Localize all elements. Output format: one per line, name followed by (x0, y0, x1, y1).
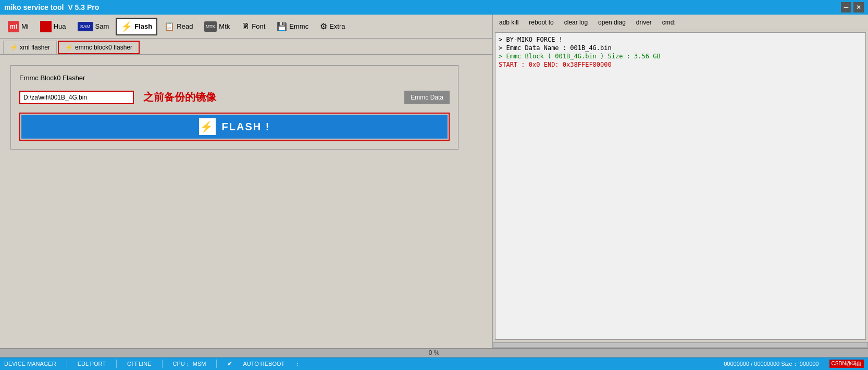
xml-flasher-label: xml flasher (20, 44, 50, 51)
status-address-info: 00000000 / 00000000 Size： 000000 (724, 360, 819, 368)
mi-label: Mi (21, 22, 29, 30)
close-button[interactable]: ✕ (853, 2, 864, 13)
flash-label: Flash (134, 22, 152, 30)
status-divider-3 (162, 360, 163, 368)
progress-bar-container: 0 % (0, 348, 868, 357)
subtab-emmc-block0-flasher[interactable]: ⚡ emmc block0 flasher (58, 41, 140, 54)
status-divider-4 (216, 360, 217, 368)
file-path-input[interactable] (19, 91, 134, 104)
font-icon: 🖹 (241, 22, 250, 31)
log-driver[interactable]: driver (636, 19, 652, 26)
flash-btn-label: FLASH ! (222, 121, 270, 133)
flash-btn-lightning-icon: ⚡ (199, 118, 216, 135)
toolbar-item-font[interactable]: 🖹 Font (237, 19, 270, 34)
emmc-label: Emmc (289, 22, 308, 30)
status-divider-2 (116, 360, 117, 368)
status-edl-port: EDL PORT (78, 361, 106, 367)
emmc-panel-title: Emmc Block0 Flasher (19, 74, 450, 82)
status-device-manager[interactable]: DEVICE MANAGER (4, 361, 56, 367)
sam-label: Sam (95, 22, 109, 30)
log-line-1: > BY-MIKO FORCE ! (499, 36, 862, 43)
hua-label: Hua (54, 22, 66, 30)
xml-flasher-icon: ⚡ (10, 44, 18, 51)
log-line-3: > Emmc Block ( 001B_4G.bin ) Size : 3.56… (499, 53, 862, 60)
toolbar: mi Mi ✿ Hua SAM Sam ⚡ Flash 📋 Read (0, 15, 492, 39)
file-label: 之前备份的镜像 (138, 90, 400, 104)
toolbar-item-emmc[interactable]: 💾 Emmc (272, 19, 313, 34)
toolbar-item-read[interactable]: 📋 Read (159, 19, 197, 34)
flash-lightning-icon: ⚡ (121, 21, 132, 32)
emmc-block0-label: emmc block0 flasher (75, 44, 132, 51)
log-reboot-to[interactable]: reboot to (529, 19, 553, 26)
main-container: mi Mi ✿ Hua SAM Sam ⚡ Flash 📋 Read (0, 15, 868, 348)
toolbar-item-hua[interactable]: ✿ Hua (35, 18, 71, 35)
toolbar-item-extra[interactable]: ⚙ Extra (315, 19, 350, 34)
flash-button[interactable]: ⚡ FLASH ! (21, 115, 448, 139)
title-bar: miko service tool V 5.3 Pro ─ ✕ (0, 0, 868, 15)
log-line-4: START : 0x0 END: 0x38FFEF80000 (499, 61, 862, 68)
emmc-data-button[interactable]: Emmc Data (404, 91, 450, 104)
progress-value: 0 % (429, 349, 440, 356)
emmc-block0-icon: ⚡ (65, 44, 73, 51)
app-version: V 5.3 Pro (68, 3, 99, 11)
content-area: Emmc Block0 Flasher 之前备份的镜像 Emmc Data ⚡ … (0, 55, 492, 348)
hua-petals: ✿ (43, 23, 49, 30)
mtk-label: Mtk (219, 22, 230, 30)
mtk-icon: MTK (204, 21, 217, 32)
read-label: Read (177, 22, 193, 30)
status-bar: DEVICE MANAGER EDL PORT OFFLINE CPU： MSM… (0, 357, 868, 370)
log-open-diag[interactable]: open diag (598, 19, 626, 26)
title-bar-left: miko service tool V 5.3 Pro (4, 3, 99, 11)
hua-icon: ✿ (40, 21, 52, 32)
log-horizontal-scrollbar[interactable] (493, 342, 868, 348)
csdn-label: CSDN@码自 (829, 360, 864, 368)
file-row: 之前备份的镜像 Emmc Data (19, 90, 450, 104)
status-cpu: CPU： MSM (173, 360, 206, 368)
log-line-2: > Emmc Data Name : 001B_4G.bin (499, 44, 862, 52)
right-panel: adb kill reboot to clear log open diag d… (493, 15, 868, 348)
status-auto-reboot-check: ✔ (227, 360, 232, 367)
extra-icon: ⚙ (320, 21, 327, 31)
font-label: Font (252, 22, 265, 30)
app-title: miko service tool (4, 3, 64, 11)
mi-icon: mi (8, 21, 19, 32)
toolbar-item-sam[interactable]: SAM Sam (73, 19, 114, 34)
toolbar-item-flash[interactable]: ⚡ Flash (116, 18, 157, 35)
flash-btn-container: ⚡ FLASH ! (19, 113, 450, 141)
log-clear-log[interactable]: clear log (564, 19, 588, 26)
minimize-button[interactable]: ─ (841, 2, 851, 13)
left-panel: mi Mi ✿ Hua SAM Sam ⚡ Flash 📋 Read (0, 15, 493, 348)
status-offline: OFFLINE (127, 361, 151, 367)
emmc-block0-panel: Emmc Block0 Flasher 之前备份的镜像 Emmc Data ⚡ … (10, 65, 458, 150)
title-bar-controls: ─ ✕ (841, 2, 864, 13)
status-dots: ⋮ (295, 361, 301, 367)
log-adb-kill[interactable]: adb kill (499, 19, 518, 26)
status-auto-reboot[interactable]: AUTO REBOOT (243, 361, 284, 367)
toolbar-item-mtk[interactable]: MTK Mtk (200, 19, 234, 34)
emmc-icon: 💾 (277, 21, 287, 31)
subtab-xml-flasher[interactable]: ⚡ xml flasher (3, 41, 57, 54)
toolbar-item-mi[interactable]: mi Mi (3, 18, 33, 35)
sub-tabs: ⚡ xml flasher ⚡ emmc block0 flasher (0, 39, 492, 55)
read-icon: 📋 (164, 21, 175, 31)
extra-label: Extra (329, 22, 345, 30)
log-scrollbar-area (493, 342, 868, 348)
sam-icon: SAM (78, 22, 93, 31)
log-area: > BY-MIKO FORCE ! > Emmc Data Name : 001… (495, 32, 866, 340)
log-toolbar: adb kill reboot to clear log open diag d… (493, 15, 868, 30)
log-cmd[interactable]: cmd: (662, 19, 676, 26)
status-divider-1 (67, 360, 67, 368)
